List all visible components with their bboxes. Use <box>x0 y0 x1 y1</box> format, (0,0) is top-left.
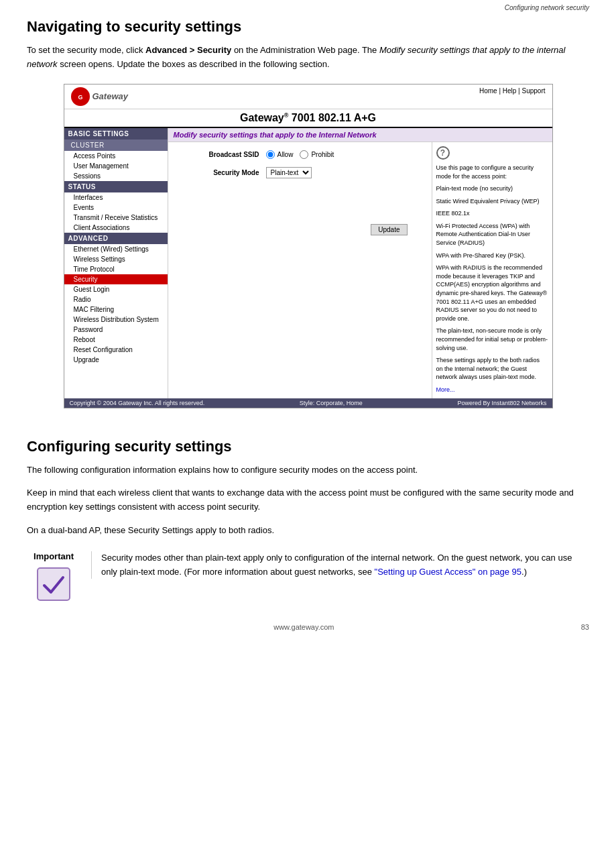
update-button[interactable]: Update <box>371 224 407 235</box>
important-box: Important Security modes other than plai… <box>27 551 589 602</box>
sidebar-item-time-protocol[interactable]: Time Protocol <box>64 264 168 274</box>
gateway-logo-icon: G <box>71 87 90 106</box>
section2-title: Configuring security settings <box>27 438 589 455</box>
help-text-7: WPA with RADIUS is the recommended mode … <box>436 264 548 323</box>
sidebar-item-interfaces[interactable]: Interfaces <box>64 192 168 203</box>
prohibit-radio[interactable] <box>300 150 308 159</box>
gw-top-bar: G Gateway Home | Help | Support <box>64 85 552 109</box>
allow-radio[interactable] <box>266 150 275 159</box>
page-footer-row: www.gateway.com 83 <box>0 602 616 638</box>
help-text-3: Static Wired Equivalent Privacy (WEP) <box>436 197 548 206</box>
checkmark-icon <box>36 567 71 602</box>
gw-nav-links: Home | Help | Support <box>479 87 546 95</box>
gw-body: BASIC SETTINGS CLUSTER Access Points Use… <box>64 128 552 398</box>
sidebar-item-guest-login[interactable]: Guest Login <box>64 284 168 294</box>
help-text-1: Use this page to configure a security mo… <box>436 164 548 180</box>
important-content: Security modes other than plain-text app… <box>91 551 589 579</box>
sidebar-section-advanced: ADVANCED <box>64 233 168 244</box>
page-top-right: Configuring network security <box>0 0 616 11</box>
broadcast-ssid-label: Broadcast SSID <box>179 151 259 158</box>
sidebar-section-cluster: CLUSTER <box>64 139 168 151</box>
important-text-2: .) <box>521 567 527 577</box>
gateway-wordmark: Gateway <box>93 91 128 101</box>
footer-right: Powered By Instant802 Networks <box>457 400 546 406</box>
security-mode-label: Security Mode <box>179 169 259 176</box>
gw-logo: G Gateway <box>71 87 128 106</box>
sidebar-item-events[interactable]: Events <box>64 203 168 213</box>
help-text-2: Plain-text mode (no security) <box>436 184 548 193</box>
sidebar-item-reset-config[interactable]: Reset Configuration <box>64 345 168 355</box>
sidebar-item-user-management[interactable]: User Management <box>64 161 168 171</box>
help-text-6: WPA with Pre-Shared Key (PSK). <box>436 251 548 260</box>
footer-url: www.gateway.com <box>273 623 334 631</box>
sidebar-item-password[interactable]: Password <box>64 325 168 335</box>
section2-para3: On a dual-band AP, these Security Settin… <box>27 524 589 538</box>
sidebar-item-access-points[interactable]: Access Points <box>64 151 168 161</box>
help-text-5: Wi-Fi Protected Access (WPA) with Remote… <box>436 222 548 247</box>
security-mode-row: Security Mode Plain-text <box>179 167 421 178</box>
important-link[interactable]: "Setting up Guest Access" on page 95 <box>375 567 522 577</box>
allow-radio-label[interactable]: Allow <box>266 150 294 159</box>
gw-main-panel: Modify security settings that apply to t… <box>168 128 552 398</box>
section2-para1: The following configuration information … <box>27 463 589 477</box>
help-text-4: IEEE 802.1x <box>436 209 548 218</box>
important-label: Important <box>34 551 74 561</box>
gw-sidebar: BASIC SETTINGS CLUSTER Access Points Use… <box>64 128 168 398</box>
section1-title: Navigating to security settings <box>27 18 589 36</box>
gateway-screenshot: G Gateway Home | Help | Support Gateway®… <box>64 84 553 408</box>
sidebar-item-mac-filtering[interactable]: MAC Filtering <box>64 304 168 315</box>
sidebar-item-transmit-receive[interactable]: Transmit / Receive Statistics <box>64 213 168 223</box>
help-text-9: These settings apply to the both radios … <box>436 356 548 382</box>
help-more-link[interactable]: More... <box>436 386 455 393</box>
gw-product-title: Gateway® 7001 802.11 A+G <box>64 109 552 128</box>
sidebar-item-client-associations[interactable]: Client Associations <box>64 223 168 233</box>
sidebar-section-basic: BASIC SETTINGS <box>64 128 168 139</box>
section2-para2: Keep in mind that each wireless client t… <box>27 486 589 514</box>
sidebar-section-status: STATUS <box>64 181 168 192</box>
gw-form-area-container: Broadcast SSID Allow Prohibit <box>168 142 432 398</box>
gw-form-help-container: Broadcast SSID Allow Prohibit <box>168 142 552 398</box>
broadcast-ssid-row: Broadcast SSID Allow Prohibit <box>179 150 421 159</box>
sidebar-item-wds[interactable]: Wireless Distribution System <box>64 315 168 325</box>
sidebar-item-reboot[interactable]: Reboot <box>64 335 168 345</box>
section1-intro: To set the security mode, click Advanced… <box>27 44 589 72</box>
important-label-col: Important <box>27 551 80 602</box>
broadcast-ssid-radios: Allow Prohibit <box>266 150 334 159</box>
svg-rect-2 <box>38 568 70 600</box>
prohibit-radio-label[interactable]: Prohibit <box>300 150 334 159</box>
gw-footer: Copyright © 2004 Gateway Inc. All rights… <box>64 398 552 408</box>
sidebar-item-sessions[interactable]: Sessions <box>64 171 168 181</box>
gw-form: Broadcast SSID Allow Prohibit <box>168 142 432 398</box>
sidebar-item-ethernet-settings[interactable]: Ethernet (Wired) Settings <box>64 244 168 254</box>
footer-center: Style: Corporate, Home <box>300 400 363 406</box>
help-icon: ? <box>436 146 450 160</box>
security-mode-select[interactable]: Plain-text <box>266 167 312 178</box>
sidebar-item-upgrade[interactable]: Upgrade <box>64 355 168 365</box>
svg-text:G: G <box>78 94 82 101</box>
section2: Configuring security settings The follow… <box>0 438 616 602</box>
page-number: 83 <box>581 623 589 631</box>
sidebar-item-wireless-settings[interactable]: Wireless Settings <box>64 254 168 264</box>
sidebar-item-radio[interactable]: Radio <box>64 294 168 304</box>
footer-left: Copyright © 2004 Gateway Inc. All rights… <box>70 400 205 406</box>
gw-form-title: Modify security settings that apply to t… <box>168 128 552 142</box>
gw-help-panel: ? Use this page to configure a security … <box>432 142 552 398</box>
sidebar-item-security[interactable]: Security <box>64 274 168 284</box>
help-text-8: The plain-text, non-secure mode is only … <box>436 327 548 352</box>
